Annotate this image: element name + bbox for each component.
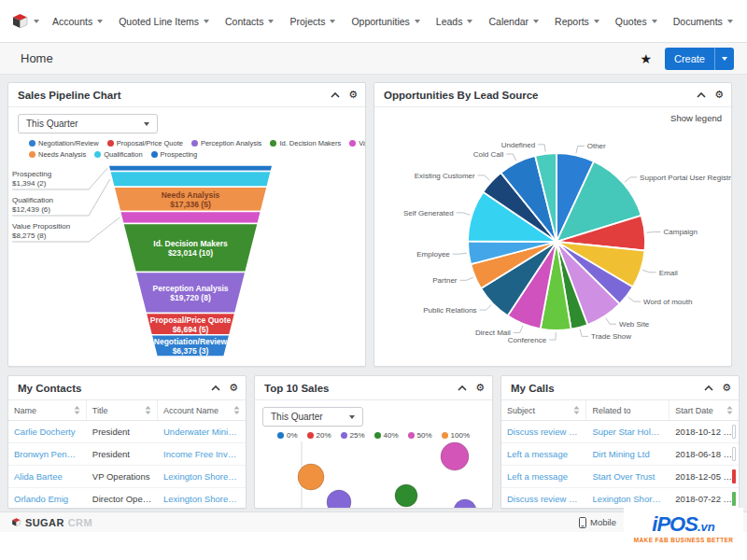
call-subject-link[interactable]: Discuss review process bbox=[501, 427, 586, 437]
contact-name-link[interactable]: Carlie Docherty bbox=[8, 427, 87, 437]
legend-dot-icon bbox=[29, 140, 35, 147]
legend-item-0[interactable]: 0% bbox=[277, 431, 298, 440]
svg-text:Proposal/Price Quote: Proposal/Price Quote bbox=[150, 315, 232, 325]
legend-item-qualification[interactable]: Qualification bbox=[94, 150, 142, 159]
legend-item-prospecting[interactable]: Prospecting bbox=[151, 150, 198, 159]
funnel-stage-prospecting[interactable] bbox=[108, 165, 273, 172]
column-header-start-date[interactable]: Start Date bbox=[669, 400, 739, 420]
contact-name-link[interactable]: Bronwyn Penman bbox=[8, 449, 87, 459]
contact-title: VP Operations bbox=[87, 471, 158, 482]
contact-name-link[interactable]: Alida Bartee bbox=[8, 471, 87, 482]
pie-label-email: Email bbox=[659, 269, 678, 277]
pie-chart[interactable]: OtherSupport Portal User RegistrationCam… bbox=[374, 108, 732, 366]
call-subject-link[interactable]: Left a message bbox=[501, 471, 586, 482]
column-header-related-to[interactable]: Related to bbox=[586, 400, 669, 420]
mobile-link[interactable]: Mobile bbox=[579, 517, 616, 528]
ipos-watermark: iPOS.vn MAKE F&B BUSINESS BETTER bbox=[624, 508, 743, 549]
call-related-link[interactable]: Dirt Mining Ltd bbox=[586, 449, 669, 459]
collapse-chevron-icon[interactable] bbox=[458, 385, 467, 391]
collapse-chevron-icon[interactable] bbox=[211, 385, 220, 391]
column-header-subject[interactable]: Subject bbox=[501, 400, 586, 420]
nav-item-projects[interactable]: Projects bbox=[289, 16, 335, 27]
gear-icon[interactable]: ⚙ bbox=[714, 90, 724, 100]
collapse-chevron-icon[interactable] bbox=[697, 92, 706, 98]
call-start-date: 2018-06-18 01:15 bbox=[669, 449, 739, 459]
column-header-title[interactable]: Title bbox=[87, 400, 158, 420]
svg-text:Id. Decision Makers: Id. Decision Makers bbox=[153, 239, 228, 248]
brand-text-bold: SUGAR bbox=[25, 517, 64, 528]
legend-item-perception-analysis[interactable]: Perception Analysis bbox=[191, 139, 261, 147]
nav-item-contacts[interactable]: Contacts bbox=[225, 16, 274, 27]
funnel-stage-value-proposition[interactable] bbox=[120, 211, 261, 223]
column-header-name[interactable]: Name bbox=[8, 400, 87, 420]
contact-account-link[interactable]: Lexington Shores Corp bbox=[158, 471, 246, 482]
sort-icon[interactable] bbox=[230, 406, 240, 414]
pie-label-partner: Partner bbox=[432, 276, 458, 285]
legend-item-negotiation-review[interactable]: Negotiation/Review bbox=[29, 139, 99, 147]
sort-icon[interactable] bbox=[70, 406, 80, 414]
panel-top-10-sales: Top 10 Sales ⚙ This Quarter 0%20%25%40%5… bbox=[254, 375, 493, 509]
call-subject-link[interactable]: Left a message bbox=[501, 449, 586, 459]
panel-my-contacts-header: My Contacts ⚙ bbox=[8, 376, 246, 400]
sort-icon[interactable] bbox=[141, 406, 151, 414]
sort-icon[interactable] bbox=[570, 406, 580, 414]
funnel-stage-qualification[interactable] bbox=[110, 172, 272, 188]
funnel-chart[interactable]: Needs Analysis$17,336 (5)Id. Decision Ma… bbox=[8, 161, 366, 365]
bubble-40-2[interactable] bbox=[395, 484, 417, 507]
sort-icon[interactable] bbox=[723, 406, 733, 414]
sugarcrm-logo[interactable]: SUGARCRM bbox=[11, 517, 92, 528]
legend-item-20[interactable]: 20% bbox=[307, 431, 331, 440]
favorite-star-icon[interactable]: ★ bbox=[640, 52, 652, 65]
call-related-link[interactable]: Start Over Trust bbox=[586, 471, 669, 482]
bubble-25-4[interactable] bbox=[454, 499, 476, 509]
nav-item-quoted-line-items[interactable]: Quoted Line Items bbox=[119, 16, 209, 27]
nav-item-accounts[interactable]: Accounts bbox=[52, 16, 103, 27]
contact-account-link[interactable]: Income Free Investing ... bbox=[158, 449, 246, 459]
nav-item-opportunities[interactable]: Opportunities bbox=[351, 16, 419, 27]
nav-item-quotes[interactable]: Quotes bbox=[615, 16, 657, 27]
nav-item-documents[interactable]: Documents bbox=[673, 16, 733, 27]
bubble-100-0[interactable] bbox=[298, 464, 324, 490]
call-subject-link[interactable]: Discuss review process bbox=[501, 494, 586, 504]
legend-item-proposal-price-quote[interactable]: Proposal/Price Quote bbox=[107, 139, 183, 147]
contact-name-link[interactable]: Orlando Emig bbox=[8, 494, 87, 504]
contact-account-link[interactable]: Underwater Mining Inc. bbox=[158, 427, 246, 437]
contact-account-link[interactable]: Lexington Shores Corp bbox=[158, 494, 246, 504]
collapse-chevron-icon[interactable] bbox=[704, 385, 713, 391]
call-status-indicator bbox=[732, 469, 736, 483]
legend-item-100[interactable]: 100% bbox=[442, 431, 470, 440]
bubble-25-1[interactable] bbox=[327, 490, 351, 509]
create-dropdown-toggle[interactable] bbox=[714, 48, 734, 70]
column-header-account-name[interactable]: Account Name bbox=[158, 400, 246, 420]
gear-icon[interactable]: ⚙ bbox=[348, 90, 358, 100]
nav-item-reports[interactable]: Reports bbox=[555, 16, 599, 27]
legend-item-id-decision-makers[interactable]: Id. Decision Makers bbox=[270, 139, 341, 147]
legend-item-40[interactable]: 40% bbox=[374, 431, 399, 440]
legend-item-25[interactable]: 25% bbox=[341, 431, 365, 440]
call-related-link[interactable]: Lexington Shores Corp bbox=[586, 494, 669, 504]
call-related-link[interactable]: Super Star Holdings I... bbox=[586, 427, 669, 437]
app-logo[interactable] bbox=[11, 12, 39, 30]
create-button-label[interactable]: Create bbox=[665, 48, 714, 70]
topsales-filter-dropdown[interactable]: This Quarter bbox=[262, 407, 363, 427]
bubble-50-3[interactable] bbox=[441, 442, 469, 470]
gear-icon[interactable]: ⚙ bbox=[722, 383, 731, 393]
legend-item-50[interactable]: 50% bbox=[408, 431, 432, 440]
gear-icon[interactable]: ⚙ bbox=[229, 383, 238, 393]
collapse-chevron-icon[interactable] bbox=[331, 92, 340, 98]
bubble-chart[interactable] bbox=[255, 440, 492, 509]
panel-my-calls-header: My Calls ⚙ bbox=[501, 376, 739, 400]
chevron-down-icon bbox=[467, 20, 472, 23]
call-row: Discuss review processSuper Star Holding… bbox=[501, 421, 739, 443]
panel-title: My Contacts bbox=[18, 383, 81, 394]
legend-item-value-proposition[interactable]: Value Proposition bbox=[349, 139, 366, 147]
legend-dot-icon bbox=[374, 432, 381, 439]
pipeline-filter-dropdown[interactable]: This Quarter bbox=[18, 114, 158, 133]
create-button[interactable]: Create bbox=[665, 48, 734, 70]
topsales-legend: 0%20%25%40%50%100% bbox=[255, 427, 492, 440]
svg-text:$6,694 (5): $6,694 (5) bbox=[173, 325, 209, 334]
nav-item-calendar[interactable]: Calendar bbox=[488, 16, 539, 27]
legend-item-needs-analysis[interactable]: Needs Analysis bbox=[29, 150, 86, 159]
gear-icon[interactable]: ⚙ bbox=[475, 383, 485, 393]
nav-item-leads[interactable]: Leads bbox=[436, 16, 473, 27]
